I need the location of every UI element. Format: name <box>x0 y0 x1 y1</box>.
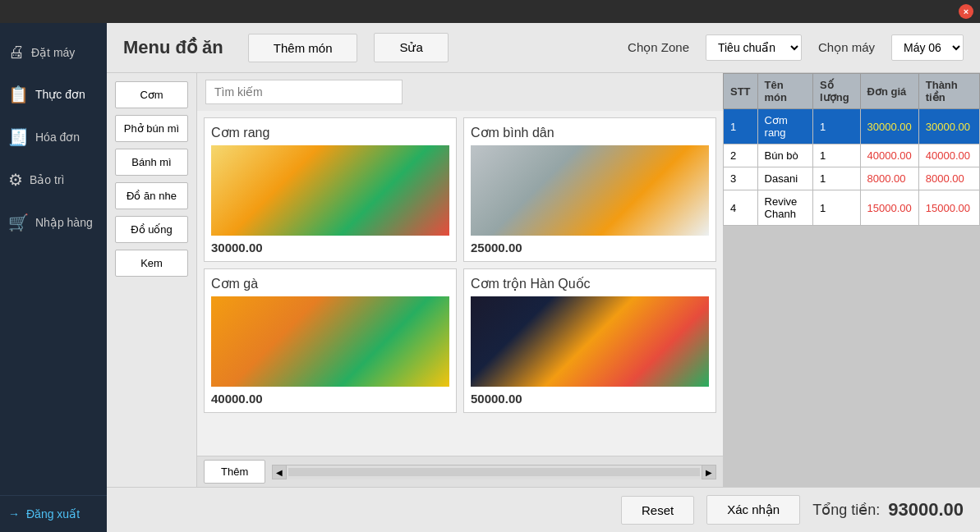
menu-card-img-4 <box>471 296 709 387</box>
sidebar-item-thuc-don[interactable]: 📋 Thực đơn <box>0 73 107 116</box>
category-com[interactable]: Cơm <box>115 81 188 108</box>
add-more-button[interactable]: Thêm <box>204 460 265 484</box>
sidebar-label-nhap-hang: Nhập hàng <box>35 216 93 229</box>
gear-icon: ⚙ <box>8 170 23 190</box>
cell-total: 8000.00 <box>918 167 979 190</box>
menu-card-img-2 <box>471 145 709 236</box>
reset-button[interactable]: Reset <box>621 496 694 525</box>
cell-price: 40000.00 <box>860 144 918 167</box>
cell-qty: 1 <box>813 144 860 167</box>
menu-card-price-4: 50000.00 <box>471 392 709 406</box>
category-do-uong[interactable]: Đồ uống <box>115 216 188 243</box>
total-amount: 93000.00 <box>888 499 964 521</box>
cell-qty: 1 <box>813 109 860 144</box>
zone-label: Chọn Zone <box>628 40 689 55</box>
table-row[interactable]: 1 Cơm rang 1 30000.00 30000.00 <box>724 109 980 144</box>
cell-stt: 3 <box>724 167 758 190</box>
cell-total: 30000.00 <box>918 109 979 144</box>
col-header-thanh-tien: Thành tiền <box>918 74 979 109</box>
printer-icon: 🖨 <box>8 43 25 62</box>
menu-card-name-1: Cơm rang <box>211 125 449 140</box>
col-header-ten-mon: Tên món <box>757 74 813 109</box>
cell-price: 8000.00 <box>860 167 918 190</box>
cell-total: 15000.00 <box>918 190 979 226</box>
scroll-right-arrow[interactable]: ▶ <box>702 465 716 479</box>
content-area: Menu đồ ăn Thêm món Sửa Chọn Zone Tiêu c… <box>107 23 980 532</box>
add-item-button[interactable]: Thêm món <box>248 34 358 62</box>
machine-label: Chọn máy <box>818 40 875 55</box>
category-bar: Cơm Phở bún mì Bánh mì Đồ ăn nhe Đồ uống… <box>107 73 197 487</box>
hscroll-track[interactable] <box>288 468 700 476</box>
order-table: STT Tên món Số lượng Đơn giá Thành tiền … <box>723 73 980 226</box>
logout-arrow-icon: → <box>8 507 20 521</box>
cell-price: 30000.00 <box>860 109 918 144</box>
menu-icon: 📋 <box>8 85 29 104</box>
cell-price: 15000.00 <box>860 190 918 226</box>
cell-name: Cơm rang <box>757 109 813 144</box>
sidebar-label-dat-may: Đặt máy <box>31 46 75 59</box>
scroll-left-arrow[interactable]: ◀ <box>272 465 287 479</box>
sidebar-label-thuc-don: Thực đơn <box>35 88 85 101</box>
category-pho-bun-mi[interactable]: Phở bún mì <box>115 115 188 142</box>
zone-select[interactable]: Tiêu chuẩn VIP Sân thượng <box>706 34 802 61</box>
footer: Reset Xác nhận Tổng tiền: 93000.00 <box>107 487 980 532</box>
menu-card-com-tron-han-quoc[interactable]: Cơm trộn Hàn Quốc 50000.00 <box>463 268 716 413</box>
page-title: Menu đồ ăn <box>123 37 223 58</box>
menu-grid: Cơm rang 30000.00 Cơm bình dân 25000.00 <box>204 117 716 413</box>
menu-card-com-ga[interactable]: Cơm gà 40000.00 <box>204 268 457 413</box>
title-bar: × <box>0 0 980 23</box>
table-row[interactable]: 4 Revive Chanh 1 15000.00 15000.00 <box>724 190 980 226</box>
sidebar-item-dat-may[interactable]: 🖨 Đặt máy <box>0 31 107 73</box>
cell-name: Revive Chanh <box>757 190 813 226</box>
header: Menu đồ ăn Thêm món Sửa Chọn Zone Tiêu c… <box>107 23 980 73</box>
sidebar-label-hoa-don: Hóa đơn <box>35 131 80 144</box>
cell-qty: 1 <box>813 190 860 226</box>
total-label: Tổng tiền: <box>812 501 880 519</box>
edit-button[interactable]: Sửa <box>374 33 448 62</box>
cell-total: 40000.00 <box>918 144 979 167</box>
left-panel: Cơm Phở bún mì Bánh mì Đồ ăn nhe Đồ uống… <box>107 73 723 487</box>
right-panel: STT Tên món Số lượng Đơn giá Thành tiền … <box>723 73 980 487</box>
menu-card-price-2: 25000.00 <box>471 241 709 255</box>
invoice-icon: 🧾 <box>8 127 29 147</box>
col-header-stt: STT <box>724 74 758 109</box>
sidebar-item-hoa-don[interactable]: 🧾 Hóa đơn <box>0 116 107 158</box>
menu-card-com-binh-dan[interactable]: Cơm bình dân 25000.00 <box>463 117 716 262</box>
cell-qty: 1 <box>813 167 860 190</box>
sidebar-label-bao-tri: Bảo trì <box>30 173 64 186</box>
menu-card-price-3: 40000.00 <box>211 392 449 406</box>
col-header-don-gia: Đơn giá <box>860 74 918 109</box>
table-row[interactable]: 3 Dasani 1 8000.00 8000.00 <box>724 167 980 190</box>
search-input[interactable] <box>205 80 403 104</box>
sidebar-item-nhap-hang[interactable]: 🛒 Nhập hàng <box>0 201 107 244</box>
cell-stt: 4 <box>724 190 758 226</box>
order-table-wrapper: STT Tên món Số lượng Đơn giá Thành tiền … <box>723 73 980 226</box>
menu-card-name-4: Cơm trộn Hàn Quốc <box>471 276 709 291</box>
menu-card-img-1 <box>211 145 449 236</box>
cart-icon: 🛒 <box>8 213 29 232</box>
logout-label: Đăng xuất <box>26 507 80 521</box>
sidebar: 🖨 Đặt máy 📋 Thực đơn 🧾 Hóa đơn ⚙ Bảo trì… <box>0 23 107 532</box>
sidebar-item-bao-tri[interactable]: ⚙ Bảo trì <box>0 158 107 201</box>
machine-select[interactable]: Máy 01 Máy 02 Máy 03 Máy 04 Máy 05 Máy 0… <box>891 34 964 61</box>
cell-name: Bún bò <box>757 144 813 167</box>
table-row[interactable]: 2 Bún bò 1 40000.00 40000.00 <box>724 144 980 167</box>
cell-stt: 1 <box>724 109 758 144</box>
menu-card-name-3: Cơm gà <box>211 276 449 291</box>
menu-card-com-rang[interactable]: Cơm rang 30000.00 <box>204 117 457 262</box>
search-bar <box>197 73 723 111</box>
menu-grid-wrapper[interactable]: Cơm rang 30000.00 Cơm bình dân 25000.00 <box>197 111 723 456</box>
logout-button[interactable]: → Đăng xuất <box>0 495 107 532</box>
menu-card-img-3 <box>211 296 449 387</box>
cell-stt: 2 <box>724 144 758 167</box>
close-button[interactable]: × <box>959 4 973 19</box>
confirm-button[interactable]: Xác nhận <box>706 495 800 525</box>
category-banh-mi[interactable]: Bánh mì <box>115 149 188 176</box>
category-kem[interactable]: Kem <box>115 250 188 277</box>
cell-name: Dasani <box>757 167 813 190</box>
menu-area: Cơm rang 30000.00 Cơm bình dân 25000.00 <box>197 73 723 487</box>
category-do-an-nhe[interactable]: Đồ ăn nhe <box>115 182 188 209</box>
menu-card-price-1: 30000.00 <box>211 241 449 255</box>
menu-card-name-2: Cơm bình dân <box>471 125 709 140</box>
total-display: Tổng tiền: 93000.00 <box>812 499 964 521</box>
